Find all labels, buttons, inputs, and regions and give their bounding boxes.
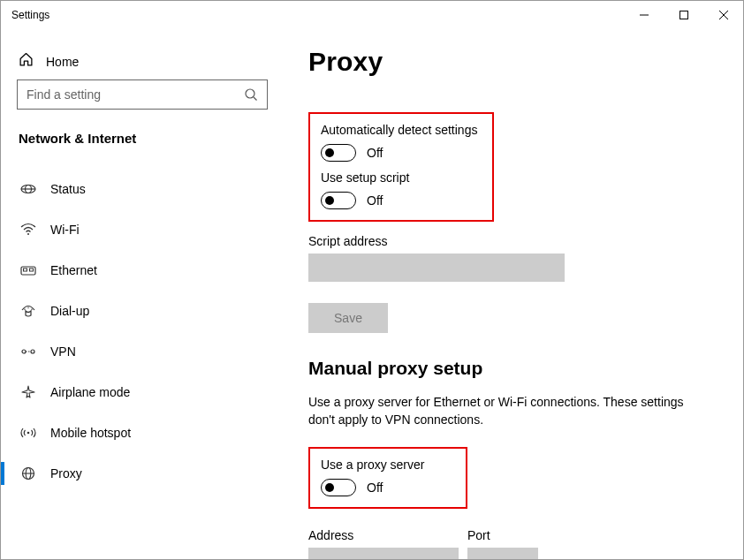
script-address-input [308, 254, 565, 282]
address-input [308, 548, 459, 559]
auto-detect-group: Automatically detect settings Off [321, 123, 482, 162]
sidebar-item-label: Mobile hotspot [50, 426, 131, 440]
sidebar-item-proxy[interactable]: Proxy [1, 453, 284, 494]
home-label: Home [46, 55, 79, 69]
auto-detect-state: Off [367, 146, 383, 160]
ethernet-icon [20, 264, 36, 276]
search-icon [244, 87, 258, 105]
page-title: Proxy [308, 47, 711, 77]
svg-point-4 [246, 89, 254, 98]
minimize-icon [640, 11, 649, 19]
sidebar-item-ethernet[interactable]: Ethernet [1, 250, 284, 291]
svg-point-14 [31, 350, 34, 353]
sidebar-item-hotspot[interactable]: Mobile hotspot [1, 412, 284, 453]
manual-heading: Manual proxy setup [308, 358, 711, 379]
sidebar-item-vpn[interactable]: VPN [1, 331, 284, 372]
window-title: Settings [11, 9, 49, 21]
airplane-icon [20, 385, 36, 399]
sidebar-item-label: Dial-up [50, 304, 89, 318]
close-button[interactable] [703, 1, 743, 29]
use-proxy-toggle[interactable] [321, 479, 356, 496]
window-body: Home Network & Internet Status [1, 29, 743, 559]
use-proxy-state: Off [367, 481, 383, 495]
sidebar: Home Network & Internet Status [1, 29, 284, 559]
dialup-icon [20, 304, 36, 318]
settings-window: Settings Home [0, 0, 744, 560]
search-box[interactable] [17, 79, 268, 110]
svg-rect-12 [30, 269, 34, 271]
port-label: Port [467, 528, 538, 542]
sidebar-item-status[interactable]: Status [1, 169, 284, 209]
svg-point-16 [27, 432, 30, 435]
maximize-icon [679, 11, 688, 19]
svg-point-9 [27, 233, 29, 235]
setup-script-toggle[interactable] [321, 192, 356, 209]
sidebar-item-label: Status [50, 182, 86, 196]
use-proxy-group: Use a proxy server Off [321, 458, 455, 496]
setup-script-group: Use setup script Off [321, 170, 482, 209]
auto-detect-label: Automatically detect settings [321, 123, 482, 137]
sidebar-nav: Status Wi-Fi Ethernet [1, 163, 284, 494]
sidebar-item-airplane[interactable]: Airplane mode [1, 372, 284, 412]
svg-rect-1 [679, 11, 687, 19]
address-port-row: Address Port [308, 521, 711, 559]
manual-hint: Use a proxy server for Ethernet or Wi-Fi… [308, 393, 697, 429]
sidebar-section-title: Network & Internet [1, 125, 284, 163]
sidebar-item-label: Ethernet [50, 263, 97, 277]
proxy-icon [20, 466, 36, 481]
status-icon [20, 183, 36, 195]
titlebar: Settings [1, 1, 743, 29]
hotspot-icon [20, 426, 36, 440]
setup-script-label: Use setup script [321, 170, 482, 185]
sidebar-item-label: Wi-Fi [50, 223, 80, 237]
sidebar-item-label: VPN [50, 344, 76, 359]
auto-proxy-highlight: Automatically detect settings Off Use se… [308, 112, 494, 222]
sidebar-item-wifi[interactable]: Wi-Fi [1, 209, 284, 250]
port-input [467, 548, 538, 559]
minimize-button[interactable] [624, 1, 664, 29]
wifi-icon [20, 223, 36, 236]
search-wrap [1, 79, 284, 125]
use-proxy-label: Use a proxy server [321, 458, 455, 472]
close-icon [719, 11, 728, 19]
window-controls [624, 1, 743, 29]
setup-script-state: Off [367, 193, 383, 208]
svg-line-5 [254, 97, 257, 101]
sidebar-item-label: Airplane mode [50, 385, 130, 399]
sidebar-item-label: Proxy [50, 466, 82, 481]
content-pane: Proxy Automatically detect settings Off … [284, 29, 743, 559]
manual-proxy-highlight: Use a proxy server Off [308, 447, 467, 509]
maximize-button[interactable] [664, 1, 703, 29]
sidebar-item-dialup[interactable]: Dial-up [1, 291, 284, 331]
vpn-icon [20, 345, 36, 358]
svg-rect-11 [24, 269, 27, 271]
svg-point-13 [22, 350, 26, 353]
script-address-label: Script address [308, 234, 711, 248]
search-input[interactable] [27, 87, 258, 102]
home-icon [19, 52, 34, 71]
save-button: Save [308, 303, 388, 333]
address-label: Address [308, 528, 459, 542]
home-nav-item[interactable]: Home [1, 47, 284, 79]
auto-detect-toggle[interactable] [321, 144, 356, 162]
